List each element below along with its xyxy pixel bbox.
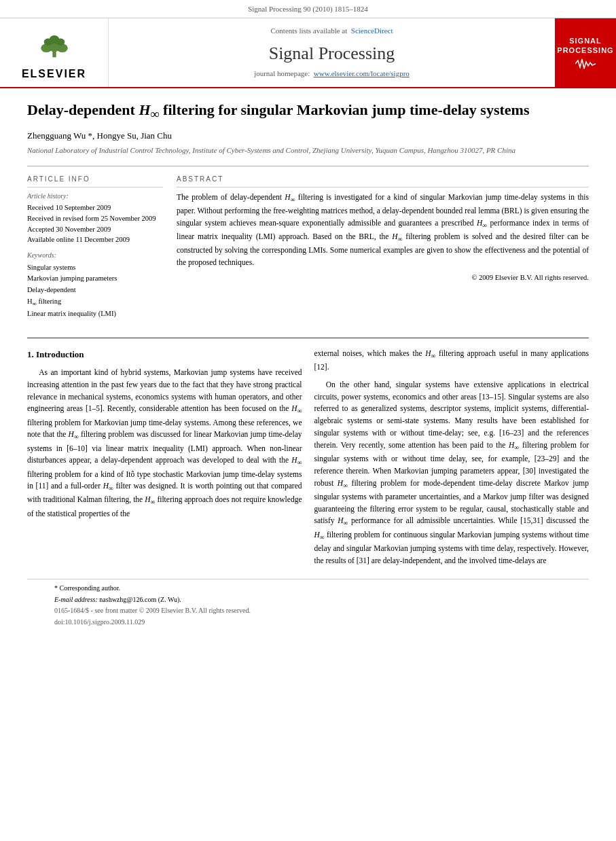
section-number: 1. bbox=[27, 349, 34, 359]
license-text: 0165-1684/$ - see front matter © 2009 El… bbox=[54, 607, 251, 614]
badge-icon bbox=[575, 57, 596, 71]
history-label: Article history: bbox=[27, 192, 163, 202]
online-date: Available online 11 December 2009 bbox=[27, 234, 163, 245]
elsevier-logo-area: ELSEVIER bbox=[0, 18, 109, 87]
intro-para-1: As an important kind of hybrid systems, … bbox=[27, 367, 302, 520]
article-affiliation: National Laboratory of Industrial Contro… bbox=[27, 145, 589, 156]
contents-label: Contents lists available at bbox=[271, 26, 348, 35]
article-title: Delay-dependent H∞ filtering for singula… bbox=[27, 101, 589, 123]
abstract-col: ABSTRACT The problem of delay-dependent … bbox=[177, 175, 589, 325]
intro-para-3: On the other hand, singular systems have… bbox=[314, 379, 590, 567]
abstract-hinfty-1: H bbox=[285, 193, 290, 201]
authors-text: Zhengguang Wu *, Hongye Su, Jian Chu bbox=[27, 130, 172, 141]
journal-homepage: journal homepage: www.elsevier.com/locat… bbox=[254, 69, 410, 79]
received-date: Received 10 September 2009 bbox=[27, 202, 163, 213]
article-info-col: ARTICLE INFO Article history: Received 1… bbox=[27, 175, 163, 325]
elsevier-tree-icon bbox=[31, 29, 78, 59]
body-col-left: 1. Introduction As an important kind of … bbox=[27, 348, 302, 572]
article-info-abstract: ARTICLE INFO Article history: Received 1… bbox=[27, 175, 589, 325]
section-1-heading: 1. Introduction bbox=[27, 348, 302, 361]
keywords-list: Singular systems Markovian jumping param… bbox=[27, 262, 163, 320]
body-two-col: 1. Introduction As an important kind of … bbox=[27, 348, 589, 572]
footer-doi: doi:10.1016/j.sigpro.2009.11.029 bbox=[54, 618, 562, 628]
svg-point-5 bbox=[43, 39, 52, 46]
footnote-corresponding: Corresponding author. bbox=[60, 584, 120, 592]
email-label: E-mail address: nashwzhg@126.com (Z. Wu)… bbox=[54, 596, 181, 603]
article-info-label: ARTICLE INFO bbox=[27, 175, 163, 187]
homepage-url[interactable]: www.elsevier.com/locate/sigpro bbox=[314, 69, 410, 77]
page-footer: * Corresponding author. E-mail address: … bbox=[27, 579, 589, 632]
body-col-right: external noises, which makes the H∞ filt… bbox=[314, 348, 590, 572]
journal-title: Signal Processing bbox=[269, 41, 395, 67]
elsevier-logo-image bbox=[14, 24, 95, 65]
body-divider bbox=[27, 338, 589, 338]
abstract-text: The problem of delay-dependent H∞ filter… bbox=[177, 192, 589, 269]
homepage-label: journal homepage: bbox=[254, 69, 310, 77]
keywords-group: Keywords: Singular systems Markovian jum… bbox=[27, 251, 163, 320]
doi-text: doi:10.1016/j.sigpro.2009.11.029 bbox=[54, 618, 145, 626]
article-authors: Zhengguang Wu *, Hongye Su, Jian Chu bbox=[27, 130, 589, 143]
keyword-2: Markovian jumping parameters bbox=[27, 273, 163, 285]
badge-signal: SIGNAL bbox=[557, 37, 613, 46]
journal-citation: Signal Processing 90 (2010) 1815–1824 bbox=[248, 5, 368, 13]
keyword-3: Delay-dependent bbox=[27, 285, 163, 296]
footnote-star: * Corresponding author. bbox=[54, 584, 562, 594]
section-title: Introduction bbox=[36, 349, 84, 359]
elsevier-logo: ELSEVIER bbox=[14, 24, 95, 82]
abstract-copyright: © 2009 Elsevier B.V. All rights reserved… bbox=[177, 272, 589, 283]
intro-para-2: external noises, which makes the H∞ filt… bbox=[314, 348, 590, 374]
signal-badge: SIGNAL PROCESSING bbox=[557, 35, 613, 70]
keyword-4: H∞ filtering bbox=[27, 296, 163, 308]
contents-line: Contents lists available at ScienceDirec… bbox=[271, 26, 393, 37]
article-content: Delay-dependent H∞ filtering for singula… bbox=[0, 88, 616, 646]
page-wrapper: Signal Processing 90 (2010) 1815–1824 bbox=[0, 0, 616, 646]
badge-processing: PROCESSING bbox=[557, 46, 613, 55]
journal-header-center: Contents lists available at ScienceDirec… bbox=[109, 18, 555, 87]
journal-badge: SIGNAL PROCESSING bbox=[555, 18, 616, 87]
elsevier-wordmark: ELSEVIER bbox=[22, 66, 86, 82]
hinfty-title: H bbox=[139, 101, 150, 118]
footnote-email: E-mail address: nashwzhg@126.com (Z. Wu)… bbox=[54, 595, 562, 605]
info-dates: Received 10 September 2009 Received in r… bbox=[27, 202, 163, 245]
article-divider bbox=[27, 166, 589, 166]
article-history: Article history: Received 10 September 2… bbox=[27, 192, 163, 246]
accepted-date: Accepted 30 November 2009 bbox=[27, 224, 163, 235]
keyword-5: Linear matrix inequality (LMI) bbox=[27, 308, 163, 320]
hinfty-sub: ∞ bbox=[151, 108, 160, 122]
journal-header: ELSEVIER Contents lists available at Sci… bbox=[0, 18, 616, 88]
badge-title: SIGNAL PROCESSING bbox=[557, 37, 613, 54]
journal-top-bar: Signal Processing 90 (2010) 1815–1824 bbox=[0, 0, 616, 18]
footnote-star-symbol: * bbox=[54, 584, 58, 592]
svg-point-6 bbox=[56, 39, 65, 46]
footer-license: 0165-1684/$ - see front matter © 2009 El… bbox=[54, 606, 562, 616]
revised-label: Received in revised form 25 November 200… bbox=[27, 213, 163, 224]
abstract-label: ABSTRACT bbox=[177, 175, 589, 187]
waveform-icon bbox=[575, 57, 596, 71]
science-direct-link[interactable]: ScienceDirect bbox=[351, 26, 393, 35]
keywords-label: Keywords: bbox=[27, 251, 163, 261]
abstract-hinfty-3: H bbox=[392, 232, 397, 240]
keyword-1: Singular systems bbox=[27, 262, 163, 274]
